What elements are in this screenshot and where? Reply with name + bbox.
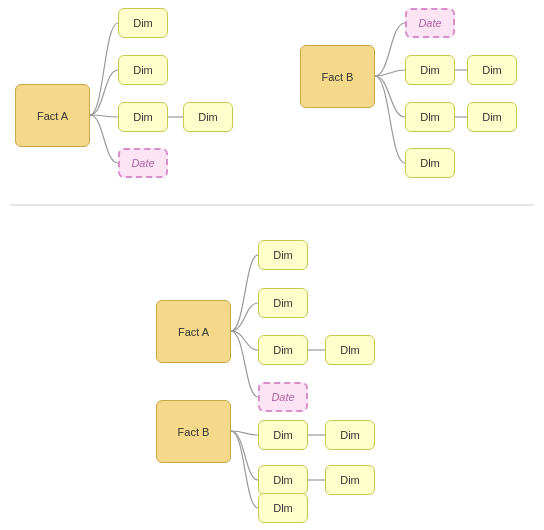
diagram1-dim-2: Dim bbox=[118, 55, 168, 85]
diagram2-date: Date bbox=[405, 8, 455, 38]
diagram2-fact-b: Fact B bbox=[300, 45, 375, 108]
diagram3-dimb-4: Dim bbox=[325, 465, 375, 495]
diagram3-dima-1: Dim bbox=[258, 240, 308, 270]
diagram3-dima-4: Dlm bbox=[325, 335, 375, 365]
diagram3-date: Date bbox=[258, 382, 308, 412]
diagram3-fact-b: Fact B bbox=[156, 400, 231, 463]
diagram3-dima-2: Dim bbox=[258, 288, 308, 318]
diagram3-dimb-2: Dim bbox=[325, 420, 375, 450]
diagram1-date: Date bbox=[118, 148, 168, 178]
diagram2-dim-2: Dim bbox=[467, 55, 517, 85]
diagram3-fact-a: Fact A bbox=[156, 300, 231, 363]
diagram2-dim-5: Dlm bbox=[405, 148, 455, 178]
diagram2-dim-1: Dim bbox=[405, 55, 455, 85]
diagram2-dim-3: Dlm bbox=[405, 102, 455, 132]
diagram1-dim-1: Dim bbox=[118, 8, 168, 38]
diagram2-dim-4: Dim bbox=[467, 102, 517, 132]
diagram1-dim-3: Dim bbox=[118, 102, 168, 132]
diagram3-dimb-5: Dlm bbox=[258, 493, 308, 523]
canvas: Fact A Dim Dim Dim Dim Date Fact B Date … bbox=[0, 0, 544, 530]
diagram3-dimb-1: Dim bbox=[258, 420, 308, 450]
diagram3-dima-3: Dim bbox=[258, 335, 308, 365]
diagram1-dim-4: Dim bbox=[183, 102, 233, 132]
diagram1-fact-a: Fact A bbox=[15, 84, 90, 147]
diagram3-dimb-3: Dlm bbox=[258, 465, 308, 495]
